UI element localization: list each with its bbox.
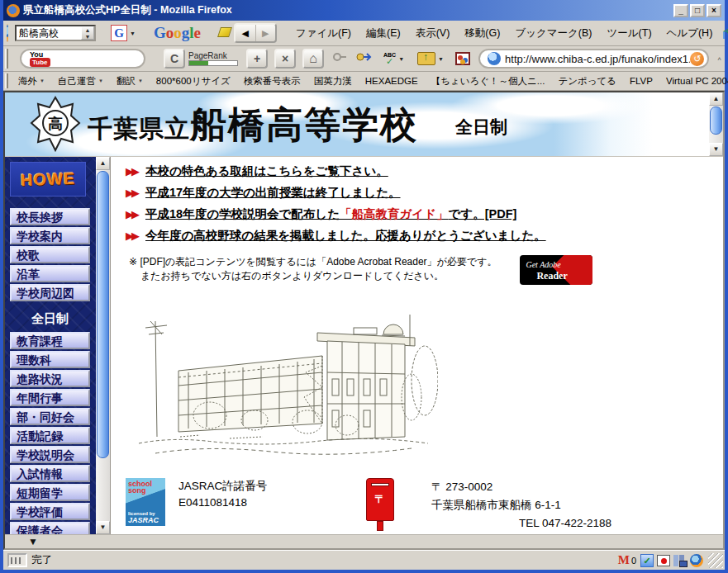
news-link-post: です。[PDF]: [449, 207, 517, 220]
school-prefix: 千葉県立: [88, 114, 190, 143]
menu-go[interactable]: 移動(G): [457, 23, 507, 44]
key-disabled-icon[interactable]: [332, 50, 347, 67]
sidebar-item-school-song[interactable]: 校歌: [10, 246, 90, 263]
translate-extension-icon[interactable]: [723, 26, 725, 40]
url-input[interactable]: [505, 53, 690, 65]
resize-grip[interactable]: [708, 553, 723, 568]
sidebar-item-principal-greeting[interactable]: 校長挨拶: [10, 208, 90, 225]
bookmark-item[interactable]: 800*600リサイズ: [150, 73, 237, 90]
scroll-up-arrow[interactable]: ▲: [709, 92, 723, 106]
sidebar-item-school-guide[interactable]: 学校案内: [10, 227, 90, 244]
toolbar-grip[interactable]: [5, 73, 8, 88]
colors-extension-icon[interactable]: [455, 52, 470, 65]
bookmark-label: 自己運営: [58, 75, 96, 88]
scroll-more-indicator[interactable]: ▼: [28, 537, 38, 546]
bookmark-folder[interactable]: 海外▼: [12, 73, 51, 90]
recorder-icon[interactable]: [657, 555, 670, 566]
bookmark-folder[interactable]: 翻訳▼: [110, 73, 150, 90]
quick-search-combo[interactable]: ▲▼: [15, 25, 96, 41]
menu-edit[interactable]: 編集(E): [359, 23, 408, 44]
security-check-icon[interactable]: ✓: [640, 554, 654, 567]
bookmark-item[interactable]: テンポってる: [551, 73, 623, 90]
highlighter-icon[interactable]: [217, 26, 219, 40]
menu-help[interactable]: ヘルプ(H): [659, 23, 721, 44]
google-search-button[interactable]: G ▼: [111, 25, 136, 41]
scroll-down-arrow[interactable]: ▼: [709, 143, 723, 156]
stop-button[interactable]: ×: [274, 49, 296, 69]
bookmark-item[interactable]: 国英力漢: [307, 73, 359, 90]
youtube-search-box[interactable]: You Tube: [20, 49, 145, 69]
jasrac-number: E0411081418: [178, 495, 267, 511]
news-link[interactable]: 今年度の高校野球の結果を掲載しました。応援ありがとうございました。: [145, 228, 546, 244]
upload-folder-icon[interactable]: [417, 52, 435, 65]
sidebar-home-button[interactable]: HOWE: [10, 162, 86, 197]
sidebar-item-curriculum[interactable]: 教育課程: [10, 332, 90, 349]
key-go-icon[interactable]: [355, 50, 372, 67]
sidebar-section-label: 全日制: [10, 311, 90, 327]
scrollbar-thumb[interactable]: [710, 107, 722, 135]
forward-button[interactable]: ▶: [255, 25, 275, 41]
maximize-button[interactable]: □: [690, 4, 705, 17]
back-button[interactable]: ◀: [236, 25, 255, 41]
url-bar[interactable]: ↺: [478, 49, 709, 69]
menu-bookmarks[interactable]: ブックマーク(B): [507, 23, 599, 44]
menu-tools[interactable]: ツール(T): [600, 23, 659, 44]
gmail-icon[interactable]: M: [618, 553, 630, 567]
bookmark-item[interactable]: HEXAEDGE: [359, 73, 425, 88]
proxy-icon[interactable]: [673, 555, 687, 566]
bookmark-item[interactable]: 検索番号表示: [237, 73, 307, 90]
bookmark-folder[interactable]: 自己運営▼: [51, 73, 110, 90]
reload-button[interactable]: C: [164, 49, 185, 69]
sidebar-item-activity-records[interactable]: 活動記録: [10, 427, 90, 444]
minimize-button[interactable]: _: [673, 4, 688, 17]
news-link-guide[interactable]: 「船高教育ガイド」: [340, 207, 449, 220]
scroll-up-arrow[interactable]: ▲: [96, 157, 110, 170]
sidebar-item-clubs[interactable]: 部・同好会: [10, 408, 90, 425]
news-link[interactable]: 平成18年度の学校説明会で配布した「船高教育ガイド」です。[PDF]: [145, 206, 516, 222]
chevron-down-icon[interactable]: ▼: [398, 56, 404, 62]
sidebar-item-admission-info[interactable]: 入試情報: [10, 465, 90, 482]
email-column: 〒 e-mail: [364, 478, 395, 534]
bookmark-item[interactable]: Virtual PC 2004 製品概要: [659, 73, 728, 90]
firefox-status-icon[interactable]: [690, 554, 703, 567]
go-button[interactable]: ↺: [690, 52, 704, 66]
scrollbar-track[interactable]: [709, 135, 723, 143]
sidebar-item-career-paths[interactable]: 進路状況: [10, 370, 90, 387]
postbox-icon: 〒: [366, 478, 394, 521]
scrollbar-thumb[interactable]: [97, 171, 109, 458]
sidebar-item-school-briefing[interactable]: 学校説明会: [10, 446, 90, 463]
combo-spinner[interactable]: ▲▼: [81, 26, 94, 40]
sidebar-item-parents-association[interactable]: 保護者会: [10, 522, 90, 534]
jasrac-logo: schoolsong licensed by JASRAC: [126, 478, 165, 526]
collapse-toolbar-button[interactable]: ˄: [714, 55, 725, 63]
pdf-notice: ※ [PDF]の表記コンテンツを閲覧するには「Adobe Acrobat Rea…: [129, 255, 723, 285]
new-tab-button[interactable]: +: [246, 49, 268, 69]
pagerank-widget[interactable]: PageRank: [188, 51, 240, 66]
quick-search-input[interactable]: [17, 27, 81, 39]
scrollbar-track[interactable]: [96, 459, 110, 521]
chevron-down-icon[interactable]: ▼: [438, 56, 444, 62]
firefox-icon[interactable]: [7, 24, 8, 42]
sidebar-item-annual-events[interactable]: 年間行事: [10, 389, 90, 406]
bookmark-item[interactable]: FLVP: [623, 73, 659, 88]
google-logo[interactable]: Google: [154, 24, 201, 42]
menu-file[interactable]: ファイル(F): [288, 23, 359, 44]
scroll-down-arrow[interactable]: ▼: [96, 521, 110, 534]
page-viewport: 高 千葉県立船橋高等学校 全日制 ▲ ▼ HOWE: [3, 91, 725, 550]
sidebar-item-school-evaluation[interactable]: 学校評価: [10, 503, 90, 520]
school-name: 船橋高等学校: [190, 103, 418, 145]
news-link[interactable]: 本校の特色ある取組はこちらをご覧下さい。: [145, 163, 388, 179]
home-button[interactable]: ⌂: [302, 49, 324, 69]
sidebar-item-study-abroad[interactable]: 短期留学: [10, 484, 90, 501]
sidebar-item-science-course[interactable]: 理数科: [10, 351, 90, 368]
get-adobe-reader-button[interactable]: Get Adobe Reader: [520, 255, 592, 285]
spellcheck-button[interactable]: ABC ✓: [383, 53, 396, 65]
sidebar-item-history[interactable]: 沿革: [10, 265, 90, 282]
bookmark-item[interactable]: 【ちょいろぐ！～個人ニ...: [425, 73, 552, 90]
news-link[interactable]: 平成17年度の大学の出前授業は終了しました。: [145, 185, 401, 201]
school-title: 千葉県立船橋高等学校: [88, 101, 418, 149]
close-button[interactable]: ×: [707, 4, 721, 17]
sidebar-item-area-map[interactable]: 学校周辺図: [10, 284, 90, 301]
toolbar-grip[interactable]: [5, 49, 8, 69]
menu-view[interactable]: 表示(V): [408, 23, 458, 44]
